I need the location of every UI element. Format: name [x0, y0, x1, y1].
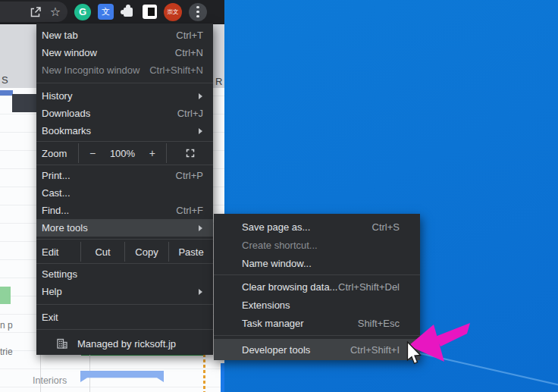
menu-item-label: Exit: [42, 312, 203, 323]
menu-item-shortcut: Ctrl+F: [176, 205, 203, 216]
page-text-fragment: trie: [0, 347, 13, 357]
menu-item-new-incognito-window: New Incognito window Ctrl+Shift+N: [36, 61, 213, 79]
menu-separator: [36, 263, 213, 264]
menu-item-label: Extensions: [242, 299, 400, 311]
chinese-extension-icon[interactable]: 崇文: [164, 3, 182, 21]
page-dark-cell: [12, 94, 36, 112]
menu-separator: [36, 329, 213, 330]
zoom-value: 100%: [110, 148, 135, 159]
menu-item-edit-row: Edit Cut Copy Paste: [36, 242, 213, 262]
menu-item-new-window[interactable]: New window Ctrl+N: [36, 44, 213, 61]
chevron-right-icon: [199, 93, 205, 99]
menu-item-label: Downloads: [42, 108, 177, 119]
submenu-item-extensions[interactable]: Extensions: [214, 296, 420, 314]
menu-item-print[interactable]: Print... Ctrl+P: [36, 167, 213, 184]
organization-building-icon: [56, 337, 68, 350]
theme-square-icon[interactable]: [143, 5, 157, 19]
menu-item-label: Bookmarks: [42, 125, 199, 136]
menu-item-settings[interactable]: Settings: [36, 265, 213, 283]
bookmark-star-icon[interactable]: ☆: [50, 6, 61, 18]
menu-item-managed-by[interactable]: Managed by ricksoft.jp: [36, 334, 213, 353]
menu-item-label: Task manager: [242, 318, 358, 329]
gantt-blue-marker: [221, 363, 224, 392]
menu-item-history[interactable]: History: [36, 87, 213, 105]
edit-label: Edit: [36, 242, 80, 262]
menu-item-shortcut: Ctrl+T: [176, 30, 203, 41]
menu-item-bookmarks[interactable]: Bookmarks: [36, 122, 213, 140]
menu-item-label: New tab: [42, 30, 176, 41]
page-text-fragment: S: [2, 74, 8, 86]
menu-separator: [36, 239, 213, 240]
menu-item-shortcut: Ctrl+S: [372, 221, 400, 233]
menu-item-new-tab[interactable]: New tab Ctrl+T: [36, 27, 213, 44]
menu-item-label: Create shortcut...: [242, 240, 400, 251]
page-blue-accent: [0, 90, 13, 96]
gantt-today-line: [203, 354, 205, 392]
menu-item-label: Settings: [42, 268, 203, 280]
page-text-fragment: n p: [0, 320, 13, 331]
menu-separator: [36, 141, 213, 142]
menu-item-label: More tools: [42, 222, 199, 234]
menu-dots-icon[interactable]: [189, 3, 207, 21]
menu-item-label: New Incognito window: [42, 64, 149, 76]
submenu-item-name-window[interactable]: Name window...: [214, 254, 420, 272]
mouse-cursor: [406, 341, 422, 367]
zoom-in-button[interactable]: +: [149, 147, 155, 159]
chevron-right-icon: [199, 289, 205, 295]
menu-item-shortcut: Shift+Esc: [358, 318, 400, 329]
chevron-right-icon: [199, 225, 205, 231]
gantt-row-label: Interiors: [33, 375, 67, 386]
menu-item-exit[interactable]: Exit: [36, 309, 213, 326]
menu-item-label: Save page as...: [242, 221, 372, 233]
menu-item-zoom: Zoom − 100% +: [36, 143, 213, 163]
submenu-item-save-page-as[interactable]: Save page as... Ctrl+S: [214, 218, 420, 236]
managed-by-label: Managed by ricksoft.jp: [77, 338, 176, 350]
menu-item-shortcut: Ctrl+Shift+I: [350, 344, 400, 356]
menu-separator: [36, 83, 213, 83]
extensions-puzzle-icon[interactable]: [124, 8, 133, 17]
menu-item-find[interactable]: Find... Ctrl+F: [36, 202, 213, 219]
copy-button[interactable]: Copy: [124, 242, 168, 262]
submenu-item-developer-tools[interactable]: Developer tools Ctrl+Shift+I: [214, 339, 420, 360]
paste-button[interactable]: Paste: [168, 242, 213, 262]
cut-button[interactable]: Cut: [80, 242, 124, 262]
menu-item-downloads[interactable]: Downloads Ctrl+J: [36, 105, 213, 122]
browser-toolbar: ☆ G 文 崇文: [0, 0, 224, 24]
menu-item-label: Developer tools: [242, 344, 350, 356]
menu-separator: [214, 274, 420, 275]
menu-separator: [36, 165, 213, 165]
menu-item-more-tools[interactable]: More tools: [36, 219, 213, 237]
menu-item-label: Cast...: [42, 187, 203, 199]
menu-item-shortcut: Ctrl+J: [177, 108, 203, 119]
zoom-label: Zoom: [36, 148, 78, 159]
menu-item-cast[interactable]: Cast...: [36, 184, 213, 202]
menu-item-label: Print...: [42, 170, 176, 181]
chrome-main-menu: New tab Ctrl+T New window Ctrl+N New Inc…: [36, 24, 213, 355]
menu-item-shortcut: Ctrl+Shift+N: [149, 64, 203, 76]
menu-item-help[interactable]: Help: [36, 283, 213, 300]
theme-square-inner: [148, 8, 155, 16]
fullscreen-icon: [186, 149, 195, 158]
menu-item-label: Clear browsing data...: [242, 281, 338, 293]
menu-item-label: Help: [42, 286, 199, 297]
menu-item-label: Name window...: [242, 258, 400, 269]
grammarly-icon[interactable]: G: [74, 4, 91, 20]
translate-icon[interactable]: 文: [98, 4, 114, 20]
menu-item-shortcut: Ctrl+N: [175, 47, 203, 58]
page-text-fragment: R: [215, 76, 222, 87]
address-bar-end[interactable]: ☆: [0, 2, 67, 22]
zoom-out-button[interactable]: −: [89, 147, 96, 159]
menu-separator: [214, 335, 420, 336]
gantt-green-bar-fragment: [0, 287, 11, 304]
submenu-item-task-manager[interactable]: Task manager Shift+Esc: [214, 314, 420, 332]
share-icon[interactable]: [29, 5, 42, 19]
gantt-gridline: [40, 354, 41, 392]
menu-item-label: New window: [42, 47, 175, 58]
menu-item-shortcut: Ctrl+Shift+Del: [338, 281, 400, 293]
submenu-item-clear-browsing-data[interactable]: Clear browsing data... Ctrl+Shift+Del: [214, 278, 420, 296]
more-tools-submenu: Save page as... Ctrl+S Create shortcut..…: [214, 214, 420, 360]
menu-item-label: Find...: [42, 205, 176, 216]
menu-item-shortcut: Ctrl+P: [176, 170, 203, 181]
submenu-item-create-shortcut: Create shortcut...: [214, 236, 420, 254]
fullscreen-button[interactable]: [167, 143, 213, 163]
